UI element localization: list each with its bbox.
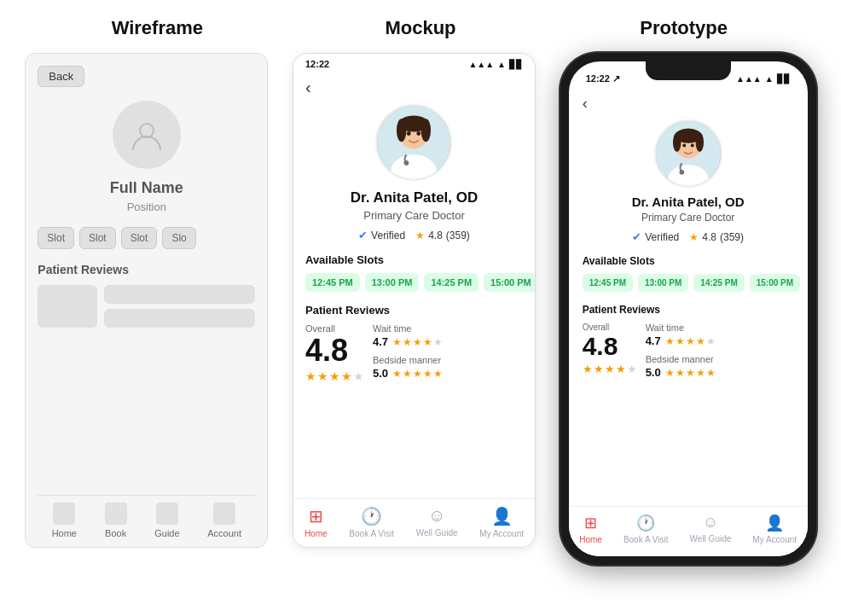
available-slots-label: Available Slots	[305, 253, 384, 266]
svg-point-18	[679, 170, 684, 175]
wf-nav-home[interactable]: Home	[52, 503, 77, 538]
rating-count: (359)	[446, 230, 470, 241]
proto-slot-4[interactable]: 15:00 PM	[750, 274, 800, 292]
guide-label: Well Guide	[416, 528, 458, 538]
wf-slot-2[interactable]: Slot	[79, 227, 116, 249]
rating-value: 4.8	[428, 230, 443, 241]
doctor-title: Primary Care Doctor	[363, 209, 464, 222]
battery-icon: ▊▊	[509, 60, 523, 69]
wf-nav-book[interactable]: Book	[105, 503, 127, 538]
nav-guide[interactable]: ☺ Well Guide	[416, 506, 458, 538]
book-icon: 🕐	[361, 506, 382, 526]
proto-bedside-score: 5.0	[646, 366, 661, 379]
proto-account-label: My Account	[752, 535, 797, 544]
wf-slot-1[interactable]: Slot	[38, 227, 74, 249]
nav-account[interactable]: 👤 My Account	[479, 506, 524, 538]
account-label: My Account	[479, 529, 524, 538]
proto-wait-label: Wait time	[646, 323, 794, 333]
proto-sub-reviews: Wait time 4.7 ★ ★ ★ ★ ★	[646, 323, 794, 379]
prototype-title: Prototype	[556, 17, 812, 39]
proto-bottom-nav: ⊞ Home 🕐 Book A Visit ☺ Well Guide 👤 My …	[569, 506, 808, 556]
wf-name: Full Name	[110, 179, 183, 197]
proto-slot-2[interactable]: 13:00 PM	[638, 274, 688, 292]
proto-nav-book[interactable]: 🕐 Book A Visit	[624, 514, 669, 544]
proto-battery: ▊▊	[777, 74, 791, 84]
svg-point-15	[695, 132, 704, 152]
proto-doctor-badges: ✔ Verified ★ 4.8 (359)	[632, 230, 744, 243]
book-label: Book A Visit	[349, 529, 394, 538]
bedside-review: Bedside manner 5.0 ★ ★ ★ ★ ★	[373, 355, 523, 380]
slot-1300[interactable]: 13:00 PM	[365, 273, 420, 292]
proto-reviews-label: Patient Reviews	[583, 304, 794, 316]
nav-home[interactable]: ⊞ Home	[304, 506, 328, 538]
back-button[interactable]: Back	[38, 66, 84, 87]
proto-inner: 12:22 ↗ ▲▲▲ ▲ ▊▊ ‹	[569, 61, 808, 556]
slot-1500[interactable]: 15:00 PM	[484, 273, 535, 292]
proto-overall-stars: ★ ★ ★ ★ ★	[583, 363, 637, 375]
wf-slots: Slot Slot Slot Slo	[38, 227, 255, 249]
slots-row: 12:45 PM 13:00 PM 14:25 PM 15:00 PM	[305, 273, 523, 292]
home-icon: ⊞	[309, 506, 323, 526]
proto-verified-badge: ✔ Verified	[632, 230, 679, 243]
svg-point-9	[404, 160, 409, 166]
mockup-title: Mockup	[293, 17, 548, 39]
reviews-section: Patient Reviews Overall 4.8 ★ ★ ★ ★ ★	[305, 304, 523, 383]
proto-verified-label: Verified	[645, 231, 679, 243]
overall-score: Overall 4.8 ★ ★ ★ ★ ★	[305, 323, 364, 383]
proto-star-icon: ★	[689, 231, 699, 243]
wf-nav-guide[interactable]: Guide	[154, 503, 179, 538]
proto-guide-label: Well Guide	[690, 534, 732, 543]
svg-point-5	[397, 119, 406, 142]
wait-time-review: Wait time 4.7 ★ ★ ★ ★ ★	[373, 323, 523, 348]
proto-nav-home[interactable]: ⊞ Home	[579, 514, 602, 544]
proto-wait-time: Wait time 4.7 ★ ★ ★ ★ ★	[646, 323, 794, 347]
proto-slots-label: Available Slots	[583, 255, 655, 267]
proto-overall-label: Overall	[583, 323, 637, 332]
proto-overall-number: 4.8	[583, 334, 637, 359]
proto-signal: ▲▲▲	[736, 74, 762, 84]
back-chevron[interactable]: ‹	[305, 71, 311, 104]
proto-back-chevron[interactable]: ‹	[583, 88, 588, 119]
doctor-badges: ✔ Verified ★ 4.8 (359)	[358, 229, 470, 241]
proto-check-icon: ✔	[632, 230, 641, 243]
notch	[646, 61, 731, 80]
proto-wait-score: 4.7	[646, 334, 661, 347]
doctor-photo	[375, 104, 452, 181]
proto-slot-1[interactable]: 12:45 PM	[583, 274, 633, 292]
wifi-icon: ▲	[497, 60, 506, 69]
nav-book[interactable]: 🕐 Book A Visit	[349, 506, 394, 538]
proto-wifi: ▲	[765, 74, 774, 84]
proto-content: ‹ Dr. Ani	[569, 88, 808, 506]
svg-point-7	[407, 131, 411, 136]
svg-point-0	[140, 124, 154, 137]
svg-point-8	[417, 131, 421, 136]
slot-1245[interactable]: 12:45 PM	[305, 273, 360, 292]
proto-bedside-label: Bedside manner	[646, 354, 794, 364]
proto-slots-row: 12:45 PM 13:00 PM 14:25 PM 15:00 PM	[583, 274, 794, 292]
wf-slot-4[interactable]: Slo	[162, 227, 195, 249]
svg-point-17	[690, 144, 693, 148]
proto-nav-guide[interactable]: ☺ Well Guide	[690, 514, 732, 544]
wf-slot-3[interactable]: Slot	[121, 227, 158, 249]
svg-point-16	[682, 144, 686, 148]
account-icon: 👤	[491, 506, 513, 526]
wait-time-score: 4.7	[373, 335, 388, 348]
proto-home-icon: ⊞	[584, 514, 597, 532]
check-icon: ✔	[358, 229, 368, 241]
proto-doctor-title: Primary Care Doctor	[641, 212, 734, 224]
wf-position: Position	[127, 200, 166, 213]
avatar-placeholder	[113, 101, 181, 169]
wf-review-placeholders	[38, 285, 255, 328]
proto-book-icon: 🕐	[636, 514, 655, 532]
overall-number: 4.8	[305, 335, 364, 366]
wait-time-label: Wait time	[373, 323, 523, 334]
sub-reviews: Wait time 4.7 ★ ★ ★ ★ ★	[373, 323, 523, 383]
home-label: Home	[304, 529, 328, 538]
bedside-score: 5.0	[373, 367, 388, 380]
proto-overall-score: Overall 4.8 ★ ★ ★ ★ ★	[583, 323, 637, 379]
proto-slot-3[interactable]: 14:25 PM	[693, 274, 744, 292]
wf-nav-account[interactable]: Account	[207, 503, 241, 538]
slot-1425[interactable]: 14:25 PM	[424, 273, 478, 292]
proto-nav-account[interactable]: 👤 My Account	[752, 514, 797, 544]
doctor-name: Dr. Anita Patel, OD	[351, 189, 478, 206]
